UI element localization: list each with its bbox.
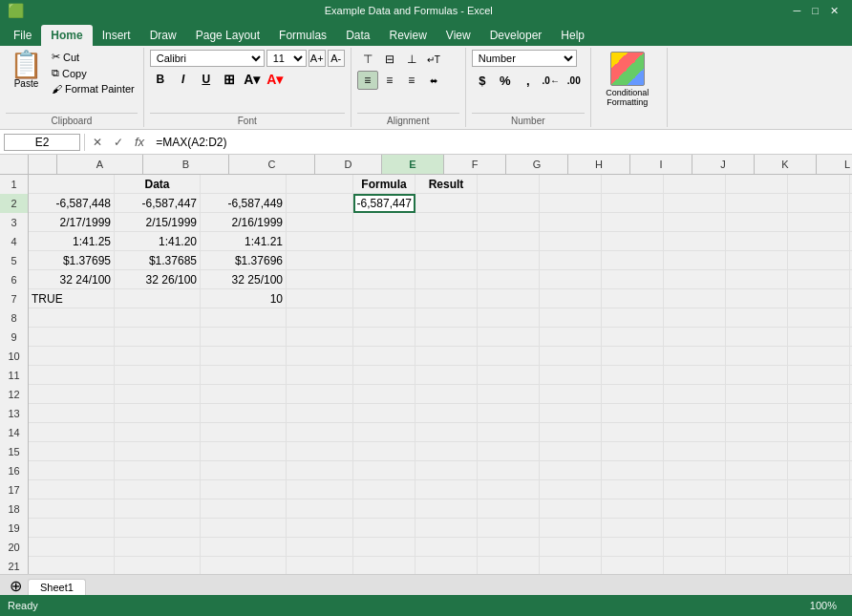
cell-L5[interactable] — [788, 251, 850, 270]
cell-I7[interactable] — [602, 289, 664, 308]
cell-D2[interactable] — [287, 194, 353, 213]
cell-I4[interactable] — [602, 232, 664, 251]
font-selector[interactable]: Calibri — [150, 50, 265, 67]
cell-E21[interactable] — [353, 557, 415, 574]
cell-C20[interactable] — [201, 538, 287, 557]
cell-G20[interactable] — [478, 538, 540, 557]
cell-I17[interactable] — [602, 480, 664, 499]
cell-B2[interactable]: -6,587,447 — [115, 194, 201, 213]
cell-K17[interactable] — [726, 480, 788, 499]
cell-G1[interactable] — [478, 175, 540, 194]
row-header-9[interactable]: 9 — [0, 328, 29, 347]
cell-C4[interactable]: 1:41.21 — [201, 232, 287, 251]
cell-B16[interactable] — [115, 461, 201, 480]
row-header-5[interactable]: 5 — [0, 251, 29, 270]
cell-D3[interactable] — [287, 213, 353, 232]
cell-K13[interactable] — [726, 404, 788, 423]
cell-E15[interactable] — [353, 442, 415, 461]
cell-D6[interactable] — [287, 270, 353, 289]
cell-L18[interactable] — [788, 499, 850, 519]
cell-I9[interactable] — [602, 328, 664, 347]
cell-H1[interactable] — [540, 175, 602, 194]
cell-G8[interactable] — [478, 308, 540, 328]
cell-G4[interactable] — [478, 232, 540, 251]
cell-J17[interactable] — [664, 480, 726, 499]
row-header-17[interactable]: 17 — [0, 480, 29, 499]
merge-center-button[interactable]: ⬌ — [423, 71, 444, 90]
cell-G2[interactable] — [478, 194, 540, 213]
cell-C17[interactable] — [201, 480, 287, 499]
cell-A4[interactable]: 1:41.25 — [29, 232, 115, 251]
close-icon[interactable]: ✕ — [824, 5, 844, 17]
cell-E14[interactable] — [353, 423, 415, 442]
cell-I2[interactable] — [602, 194, 664, 213]
cell-D11[interactable] — [287, 366, 353, 385]
ribbon-tab-help[interactable]: Help — [551, 25, 594, 46]
ribbon-tab-data[interactable]: Data — [336, 25, 379, 46]
cell-G14[interactable] — [478, 423, 540, 442]
cell-A19[interactable] — [29, 519, 115, 538]
align-right-button[interactable]: ≡ — [401, 71, 422, 90]
cell-D13[interactable] — [287, 404, 353, 423]
cell-K5[interactable] — [726, 251, 788, 270]
cell-L3[interactable] — [788, 213, 850, 232]
cell-H21[interactable] — [540, 557, 602, 574]
cell-B6[interactable]: 32 26/100 — [115, 270, 201, 289]
cell-H19[interactable] — [540, 519, 602, 538]
cell-H11[interactable] — [540, 366, 602, 385]
cell-K16[interactable] — [726, 461, 788, 480]
cell-F10[interactable] — [415, 347, 478, 366]
cell-H8[interactable] — [540, 308, 602, 328]
ribbon-tab-home[interactable]: Home — [41, 25, 92, 46]
cell-I8[interactable] — [602, 308, 664, 328]
cell-D21[interactable] — [287, 557, 353, 574]
ribbon-tab-insert[interactable]: Insert — [93, 25, 140, 46]
col-header-L[interactable]: L — [817, 155, 852, 174]
cell-F2[interactable] — [415, 194, 478, 213]
cell-C3[interactable]: 2/16/1999 — [201, 213, 287, 232]
cell-L4[interactable] — [788, 232, 850, 251]
row-header-8[interactable]: 8 — [0, 308, 29, 328]
cell-C19[interactable] — [201, 519, 287, 538]
format-painter-button[interactable]: 🖌 Format Painter — [49, 82, 138, 96]
cell-J19[interactable] — [664, 519, 726, 538]
cell-H13[interactable] — [540, 404, 602, 423]
comma-format-button[interactable]: , — [518, 70, 539, 91]
cell-E1[interactable]: Formula — [353, 175, 415, 194]
cell-D12[interactable] — [287, 385, 353, 404]
cell-J10[interactable] — [664, 347, 726, 366]
cell-F21[interactable] — [415, 557, 478, 574]
cell-A21[interactable] — [29, 557, 115, 574]
cell-K1[interactable] — [726, 175, 788, 194]
cell-F15[interactable] — [415, 442, 478, 461]
cell-B17[interactable] — [115, 480, 201, 499]
cell-G15[interactable] — [478, 442, 540, 461]
cell-B8[interactable] — [115, 308, 201, 328]
cell-H5[interactable] — [540, 251, 602, 270]
cell-D18[interactable] — [287, 499, 353, 519]
cell-J7[interactable] — [664, 289, 726, 308]
font-color-button[interactable]: A▾ — [265, 69, 286, 90]
cell-I13[interactable] — [602, 404, 664, 423]
cell-E19[interactable] — [353, 519, 415, 538]
cell-C18[interactable] — [201, 499, 287, 519]
cell-H2[interactable] — [540, 194, 602, 213]
cell-D1[interactable] — [287, 175, 353, 194]
cell-E5[interactable] — [353, 251, 415, 270]
cell-J15[interactable] — [664, 442, 726, 461]
cell-C8[interactable] — [201, 308, 287, 328]
row-header-20[interactable]: 20 — [0, 538, 29, 557]
ribbon-tab-file[interactable]: File — [4, 25, 41, 46]
cell-L11[interactable] — [788, 366, 850, 385]
cell-L2[interactable] — [788, 194, 850, 213]
corner-cell[interactable] — [0, 155, 29, 174]
col-header-F[interactable]: F — [444, 155, 506, 174]
number-format-selector[interactable]: Number General Currency Percentage — [472, 50, 577, 67]
cell-E12[interactable] — [353, 385, 415, 404]
cell-C6[interactable]: 32 25/100 — [201, 270, 287, 289]
cell-L1[interactable] — [788, 175, 850, 194]
cell-K18[interactable] — [726, 499, 788, 519]
cell-B9[interactable] — [115, 328, 201, 347]
cell-L16[interactable] — [788, 461, 850, 480]
cell-F8[interactable] — [415, 308, 478, 328]
